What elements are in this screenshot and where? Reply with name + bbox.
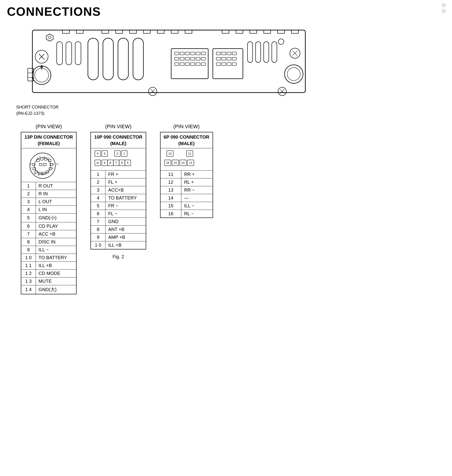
svg-point-82 [278, 39, 284, 44]
svg-rect-64 [227, 57, 231, 60]
pin-number: 16 [160, 210, 181, 218]
pin-views-section: (PIN VIEW) 13P DIN CONNECTOR(FEMALE) [7, 124, 445, 294]
pin-signal: FL + [105, 178, 146, 186]
pin-number: 1 0 [21, 254, 36, 262]
pin-signal: RR − [181, 186, 213, 194]
table-row: 4L IN [21, 206, 76, 214]
pin-signal: R OUT [36, 182, 76, 190]
pin-signal: AMP +B [105, 234, 146, 241]
pin-signal: — [181, 194, 213, 202]
pin-number: 1 1 [21, 262, 36, 270]
table-row: 1R OUT [21, 182, 76, 190]
connector-table-13p: 13P DIN CONNECTOR(FEMALE) [21, 132, 77, 294]
svg-text:15: 15 [174, 161, 177, 165]
table-row: 16RL − [160, 210, 213, 218]
table-row: 7GND [91, 218, 146, 226]
svg-text:1: 1 [124, 152, 125, 155]
table-row: 1 2CD MODE [21, 270, 76, 277]
svg-rect-55 [196, 63, 200, 66]
svg-rect-32 [103, 38, 113, 80]
pin-signal: L IN [36, 206, 76, 214]
svg-text:14: 14 [56, 163, 58, 165]
svg-rect-68 [227, 63, 231, 66]
pin-number: 2 [91, 178, 105, 186]
pin-number: 1 [91, 171, 105, 178]
pin-number: 5 [21, 214, 36, 222]
pin-number: 13 [160, 186, 181, 194]
device-svg [14, 23, 315, 102]
pin-signal: L OUT [36, 198, 76, 206]
svg-rect-38 [171, 49, 208, 79]
table-row: 1 4GND(大) [21, 285, 76, 294]
svg-text:3: 3 [104, 152, 106, 155]
svg-rect-48 [191, 57, 195, 60]
table-row: 1 1ILL +B [21, 262, 76, 270]
svg-rect-46 [180, 57, 184, 60]
pin-number: 2 [21, 190, 36, 198]
table-row: 13RR − [160, 186, 213, 194]
pin-number: 9 [21, 246, 36, 254]
svg-rect-98 [43, 163, 46, 166]
svg-rect-8 [171, 30, 178, 33]
svg-rect-56 [201, 63, 206, 66]
svg-rect-70 [247, 42, 253, 62]
svg-text:7: 7 [30, 167, 32, 169]
svg-rect-71 [256, 42, 261, 62]
pin-number: 11 [160, 171, 181, 178]
pin-signal: FR + [105, 171, 146, 178]
pin-signal: CD MODE [36, 270, 76, 277]
svg-text:8: 8 [30, 163, 31, 165]
pin-diagram-10p: 4 3 2 1 10 9 [91, 148, 146, 171]
pin-signal: ILL − [181, 202, 213, 210]
pin-number: 3 [21, 198, 36, 206]
svg-rect-44 [201, 52, 206, 55]
table-row: 8DISC IN [21, 238, 76, 246]
svg-text:4: 4 [37, 157, 38, 159]
table-row: 14— [160, 194, 213, 202]
svg-text:14: 14 [181, 161, 185, 165]
connector-table-6p: 6P 090 CONNECTOR(MALE) 12 11 [160, 132, 213, 218]
svg-text:9: 9 [104, 161, 106, 165]
pin-number: 1 [21, 182, 36, 190]
svg-rect-4 [116, 30, 123, 33]
pin-number: 7 [21, 230, 36, 238]
svg-text:13: 13 [189, 161, 192, 165]
svg-rect-51 [175, 63, 179, 66]
svg-text:6: 6 [121, 161, 123, 165]
pin-number: 1 4 [21, 285, 36, 294]
pin-number: 12 [160, 178, 181, 186]
pin-signal: GND [105, 218, 146, 226]
corner-text: □□ [443, 2, 445, 14]
pin-signal: RR + [181, 171, 213, 178]
table-row: 12RL + [160, 178, 213, 186]
svg-rect-45 [175, 57, 179, 60]
table-row: 1FR + [91, 171, 146, 178]
svg-rect-86 [40, 158, 43, 160]
svg-point-78 [287, 67, 300, 80]
svg-rect-10 [222, 30, 229, 33]
pin-signal: ACC+B [105, 186, 146, 194]
pin-signal: ILL − [36, 246, 76, 254]
pin-number: 8 [21, 238, 36, 246]
pin-number: 1 3 [21, 277, 36, 285]
table-row: 1 0TO BATTERY [21, 254, 76, 262]
pin-number: 9 [91, 234, 105, 241]
pin-number: 4 [91, 194, 105, 202]
svg-rect-60 [227, 52, 231, 55]
table-row: 2FL + [91, 178, 146, 186]
table-row: 9ILL − [21, 246, 76, 254]
table-row: 15ILL − [160, 202, 213, 210]
table-row: 5GND(小) [21, 214, 76, 222]
svg-rect-53 [185, 63, 189, 66]
svg-rect-57 [213, 49, 243, 79]
table-row: 9AMP +B [91, 234, 146, 241]
table-row: 7ACC +B [21, 230, 76, 238]
pin-number: 14 [160, 194, 181, 202]
svg-point-17 [48, 36, 51, 39]
pin-view-label-6p: (PIN VIEW) [173, 124, 200, 130]
svg-text:12: 12 [34, 172, 36, 175]
table-row: 1 3MUTE [21, 277, 76, 285]
connector-table-10p: 10P 090 CONNECTOR(MALE) 4 3 [90, 132, 146, 249]
pin-number: 6 [91, 210, 105, 218]
svg-rect-85 [37, 159, 39, 161]
